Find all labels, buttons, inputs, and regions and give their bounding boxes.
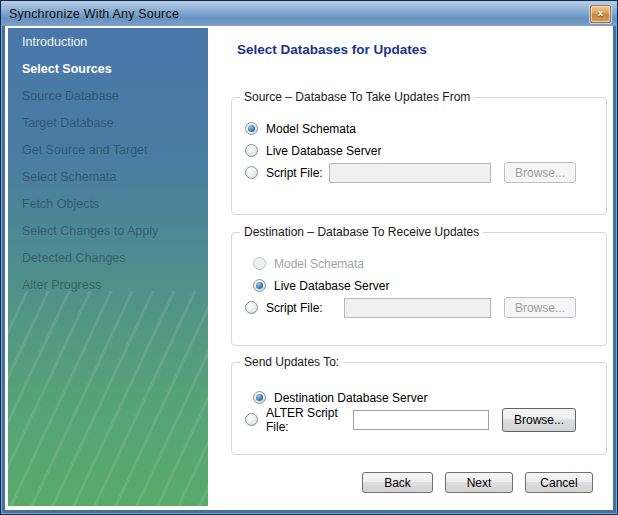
group-destination: Destination – Database To Receive Update… (231, 232, 607, 346)
option-label: Script File: (266, 166, 323, 180)
radio-send-dest-server[interactable] (253, 391, 266, 404)
radio-dest-model-schemata (253, 257, 266, 270)
client-area: Introduction Select Sources Source Datab… (5, 26, 613, 510)
group-source: Source – Database To Take Updates From M… (231, 97, 607, 215)
window-title: Synchronize With Any Source (9, 7, 179, 21)
alter-script-file-input[interactable] (353, 410, 489, 430)
option-dest-live-server[interactable]: Live Database Server (253, 275, 576, 296)
step-select-sources: Select Sources (22, 56, 208, 83)
radio-source-live-server[interactable] (245, 144, 258, 157)
radio-source-model-schemata[interactable] (245, 122, 258, 135)
option-dest-script-file[interactable]: Script File: Browse... (245, 297, 576, 318)
wizard-window: Synchronize With Any Source x Introducti… (0, 0, 618, 515)
step-list: Introduction Select Sources Source Datab… (8, 28, 208, 299)
group-send-updates: Send Updates To: Destination Database Se… (231, 362, 607, 455)
back-button[interactable]: Back (362, 472, 433, 493)
dest-script-file-input (344, 298, 491, 318)
option-label: Model Schemata (266, 122, 356, 136)
radio-alter-script-file[interactable] (245, 413, 258, 426)
footer-button-row: Back Next Cancel (362, 472, 593, 493)
option-alter-script-file[interactable]: ALTER Script File: Browse... (245, 409, 576, 430)
option-source-script-file[interactable]: Script File: Browse... (245, 162, 576, 183)
radio-dest-live-server[interactable] (253, 279, 266, 292)
next-button[interactable]: Next (445, 472, 513, 493)
page-title: Select Databases for Updates (237, 42, 613, 57)
source-browse-button: Browse... (504, 162, 576, 183)
option-label: Script File: (266, 301, 323, 315)
step-introduction: Introduction (22, 29, 208, 56)
option-source-model-schemata[interactable]: Model Schemata (245, 118, 576, 139)
group-destination-title: Destination – Database To Receive Update… (240, 225, 483, 239)
step-detected-changes: Detected Changes (22, 245, 208, 272)
step-target-database: Target Database (22, 110, 208, 137)
step-get-source-and-target: Get Source and Target (22, 137, 208, 164)
option-label: Model Schemata (274, 257, 364, 271)
step-alter-progress: Alter Progress (22, 272, 208, 299)
radio-source-script-file[interactable] (245, 166, 258, 179)
option-source-live-server[interactable]: Live Database Server (245, 140, 576, 161)
main-panel: Select Databases for Updates Source – Da… (208, 26, 613, 510)
cancel-button[interactable]: Cancel (525, 472, 593, 493)
alter-browse-button[interactable]: Browse... (502, 408, 576, 432)
option-label: Live Database Server (274, 279, 389, 293)
step-select-changes-to-apply: Select Changes to Apply (22, 218, 208, 245)
option-label: ALTER Script File: (266, 406, 353, 434)
option-label: Live Database Server (266, 144, 381, 158)
close-icon[interactable]: x (590, 5, 611, 23)
option-dest-model-schemata: Model Schemata (253, 253, 576, 274)
option-label: Destination Database Server (274, 391, 427, 405)
titlebar[interactable]: Synchronize With Any Source x (1, 1, 617, 26)
radio-dest-script-file[interactable] (245, 301, 258, 314)
step-fetch-objects: Fetch Objects (22, 191, 208, 218)
group-send-updates-title: Send Updates To: (240, 355, 343, 369)
dest-browse-button: Browse... (504, 297, 576, 318)
step-select-schemata: Select Schemata (22, 164, 208, 191)
source-script-file-input (329, 163, 491, 183)
wizard-steps-sidebar: Introduction Select Sources Source Datab… (8, 28, 208, 506)
group-source-title: Source – Database To Take Updates From (240, 90, 474, 104)
step-source-database: Source Database (22, 83, 208, 110)
